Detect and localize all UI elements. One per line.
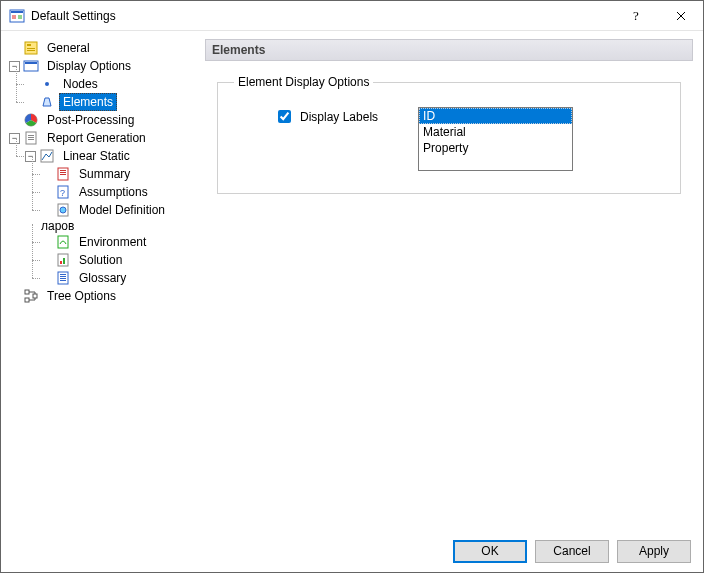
- tree-item-summary[interactable]: Summary: [41, 165, 197, 183]
- elements-icon: [39, 94, 55, 110]
- listbox-item[interactable]: Property: [419, 140, 572, 156]
- tree-label: Glossary: [75, 269, 130, 287]
- svg-rect-12: [25, 62, 37, 64]
- tree-item-nodes[interactable]: Nodes: [25, 75, 197, 93]
- panel-content: Element Display Options Display Labels I…: [205, 61, 693, 530]
- apply-button[interactable]: Apply: [617, 540, 691, 563]
- title-bar: Default Settings ?: [1, 1, 703, 31]
- linear-static-icon: [39, 148, 55, 164]
- summary-icon: [55, 166, 71, 182]
- tree-label: Display Options: [43, 57, 135, 75]
- tree-label: Assumptions: [75, 183, 152, 201]
- tree-label: Nodes: [59, 75, 102, 93]
- svg-rect-35: [60, 276, 66, 277]
- cancel-button[interactable]: Cancel: [535, 540, 609, 563]
- help-button[interactable]: ?: [613, 1, 658, 30]
- svg-rect-37: [60, 280, 66, 281]
- tree-label: Elements: [59, 93, 117, 111]
- svg-text:?: ?: [60, 188, 65, 198]
- display-options-icon: [23, 58, 39, 74]
- panel-title: Elements: [212, 43, 265, 57]
- svg-rect-20: [41, 150, 53, 162]
- tree-label: Model Definition: [75, 201, 169, 219]
- tree-item-general[interactable]: General: [9, 39, 197, 57]
- svg-rect-8: [27, 44, 31, 46]
- svg-rect-1: [11, 11, 23, 13]
- tree-label: General: [43, 39, 94, 57]
- svg-rect-18: [28, 137, 34, 138]
- svg-rect-9: [27, 48, 35, 49]
- svg-rect-40: [33, 294, 37, 298]
- tree-label: Solution: [75, 251, 126, 269]
- svg-rect-24: [60, 174, 66, 175]
- tree-item-glossary[interactable]: Glossary: [41, 269, 197, 287]
- tree-item-report-generation[interactable]: − Report Generation: [9, 129, 197, 147]
- svg-rect-10: [27, 50, 35, 51]
- tree-label: Environment: [75, 233, 150, 251]
- tree-options-icon: [23, 288, 39, 304]
- dialog-footer: OK Cancel Apply: [1, 530, 703, 572]
- model-definition-icon: [55, 202, 71, 218]
- listbox-item[interactable]: ID: [419, 108, 572, 124]
- tree-item-solution[interactable]: Solution: [41, 251, 197, 269]
- svg-rect-19: [28, 139, 34, 140]
- dialog-body: General − Display Options: [1, 31, 703, 530]
- nodes-icon: [39, 76, 55, 92]
- content-panel: Elements Element Display Options Display…: [205, 39, 693, 530]
- tree-label: Linear Static: [59, 147, 134, 165]
- tree-item-model-definition[interactable]: Model Definition: [41, 201, 197, 219]
- svg-rect-17: [28, 135, 34, 136]
- tree-label: Tree Options: [43, 287, 120, 305]
- svg-text:?: ?: [633, 9, 639, 23]
- svg-rect-31: [60, 261, 62, 264]
- environment-icon: [55, 234, 71, 250]
- close-button[interactable]: [658, 1, 703, 30]
- general-icon: [23, 40, 39, 56]
- post-processing-icon: [23, 112, 39, 128]
- listbox-item[interactable]: Material: [419, 124, 572, 140]
- checkbox-label: Display Labels: [300, 110, 378, 124]
- report-generation-icon: [23, 130, 39, 146]
- svg-marker-14: [43, 98, 51, 106]
- tree-item-elements[interactable]: Elements: [25, 93, 197, 111]
- assumptions-icon: ?: [55, 184, 71, 200]
- tree-label: Post-Processing: [43, 111, 138, 129]
- tree-item-environment[interactable]: Environment: [41, 233, 197, 251]
- tree-label: Summary: [75, 165, 134, 183]
- labels-listbox[interactable]: IDMaterialProperty: [418, 107, 573, 171]
- display-labels-input[interactable]: [278, 110, 291, 123]
- tree-item-linear-static[interactable]: − Linear Static: [25, 147, 197, 165]
- svg-point-13: [45, 82, 49, 86]
- tree-label: Report Generation: [43, 129, 150, 147]
- tree-item-post-processing[interactable]: Post-Processing: [9, 111, 197, 129]
- solution-icon: [55, 252, 71, 268]
- dialog-window: Default Settings ? General: [0, 0, 704, 573]
- svg-rect-29: [58, 236, 68, 248]
- svg-rect-32: [63, 258, 65, 264]
- svg-rect-38: [25, 290, 29, 294]
- app-icon: [9, 8, 25, 24]
- svg-rect-23: [60, 172, 66, 173]
- tree-item-tree-options[interactable]: Tree Options: [9, 287, 197, 305]
- window-title: Default Settings: [31, 9, 116, 23]
- collapse-icon[interactable]: −: [9, 133, 20, 144]
- element-display-options-group: Element Display Options Display Labels I…: [217, 75, 681, 194]
- ok-button[interactable]: OK: [453, 540, 527, 563]
- display-labels-checkbox[interactable]: Display Labels: [274, 107, 378, 126]
- collapse-icon[interactable]: −: [25, 151, 36, 162]
- groupbox-legend: Element Display Options: [234, 75, 373, 89]
- svg-rect-22: [60, 170, 66, 171]
- panel-header: Elements: [205, 39, 693, 61]
- collapse-icon[interactable]: −: [9, 61, 20, 72]
- glossary-icon: [55, 270, 71, 286]
- svg-rect-34: [60, 274, 66, 275]
- svg-rect-36: [60, 278, 66, 279]
- tree-item-display-options[interactable]: − Display Options: [9, 57, 197, 75]
- tree-item-assumptions[interactable]: ?Assumptions: [41, 183, 197, 201]
- svg-rect-39: [25, 298, 29, 302]
- nav-tree[interactable]: General − Display Options: [9, 39, 197, 530]
- svg-point-28: [60, 207, 66, 213]
